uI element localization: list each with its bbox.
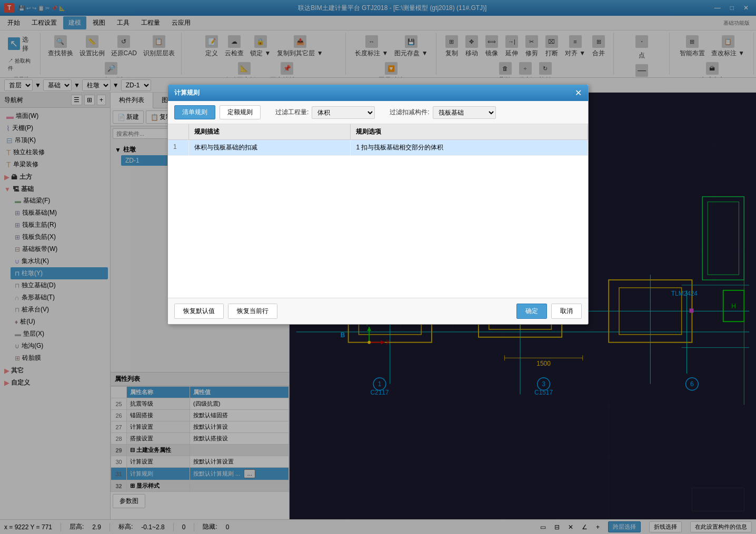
confirm-btn[interactable]: 确定: [516, 304, 547, 319]
cancel-btn[interactable]: 取消: [551, 304, 582, 319]
filter-quantity-select[interactable]: 体积 面积 长度 数量: [312, 106, 375, 119]
filter-quantity-label: 过滤工程量:: [275, 108, 309, 117]
dialog-filter-quantity: 过滤工程量: 体积 面积 长度 数量: [275, 106, 375, 119]
calc-dialog: 计算规则 ✕ 清单规则 定额规则 过滤工程量: 体积 面积 长度 数量 过滤扣减…: [167, 84, 589, 325]
dialog-filter-deduct: 过滤扣减构件: 筏板基础 独立基础 条形基础: [390, 106, 495, 119]
dialog-toolbar: 清单规则 定额规则 过滤工程量: 体积 面积 长度 数量 过滤扣减构件: 筏板基…: [168, 101, 588, 124]
dialog-footer: 恢复默认值 恢复当前行 确定 取消: [168, 298, 588, 324]
dialog-close-btn[interactable]: ✕: [575, 88, 582, 98]
restore-default-btn[interactable]: 恢复默认值: [174, 304, 224, 319]
dialog-tab-quota[interactable]: 定额规则: [220, 105, 261, 119]
row-desc-1: 体积与筏板基础的扣减: [189, 140, 351, 155]
restore-current-btn[interactable]: 恢复当前行: [228, 304, 277, 319]
dialog-table-header: 规则描述 规则选项: [168, 124, 588, 140]
calc-rule-row-1[interactable]: 1 体积与筏板基础的扣减 1 扣与筏板基础相交部分的体积: [168, 140, 588, 156]
dialog-tab-checklist[interactable]: 清单规则: [174, 105, 215, 119]
dialog-title-text: 计算规则: [174, 88, 200, 97]
modal-overlay: 计算规则 ✕ 清单规则 定额规则 过滤工程量: 体积 面积 长度 数量 过滤扣减…: [0, 0, 756, 534]
row-option-1: 1 扣与筏板基础相交部分的体积: [351, 140, 588, 155]
filter-deduct-select[interactable]: 筏板基础 独立基础 条形基础: [433, 106, 496, 119]
filter-deduct-label: 过滤扣减构件:: [390, 108, 429, 117]
row-num-1: 1: [168, 140, 189, 155]
col-desc-header: 规则描述: [189, 124, 351, 139]
dialog-table-body: 1 体积与筏板基础的扣减 1 扣与筏板基础相交部分的体积: [168, 140, 588, 298]
dialog-title: 计算规则 ✕: [168, 85, 588, 101]
col-option-header: 规则选项: [351, 124, 588, 139]
col-num-header: [168, 124, 189, 139]
